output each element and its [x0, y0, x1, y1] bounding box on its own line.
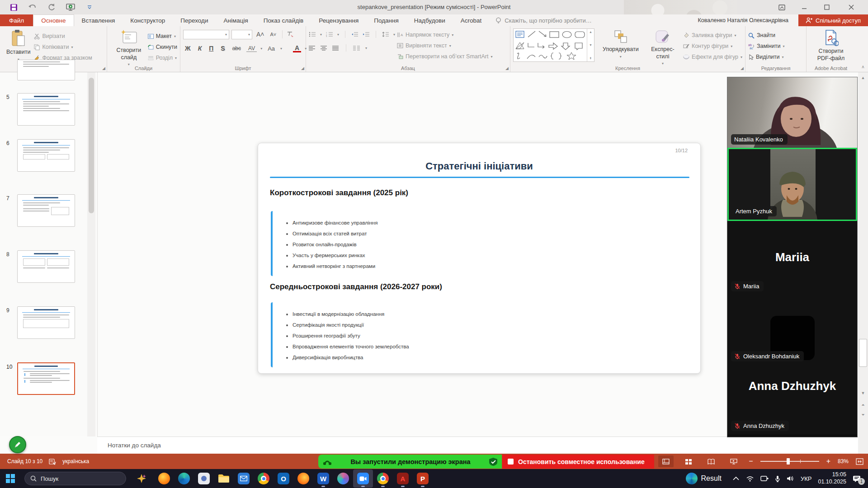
zoom-slider-thumb[interactable]: [787, 458, 790, 465]
taskbar-app-outlook[interactable]: O: [274, 469, 293, 488]
taskbar-app-photos[interactable]: [333, 469, 353, 488]
find-button[interactable]: Знайти: [748, 30, 803, 40]
notes-pane[interactable]: Нотатки до слайда: [97, 436, 868, 454]
video-tile-artem-speaking[interactable]: Artem Pyzhuk: [727, 148, 857, 221]
taskbar-app-acrobat[interactable]: A: [393, 469, 413, 488]
taskbar-app-file-explorer[interactable]: [214, 469, 234, 488]
slide-thumbnail-partial[interactable]: [17, 60, 75, 80]
tell-me-box[interactable]: Скажіть, що потрібно зробити…: [489, 14, 598, 26]
slide-thumbnail-10-selected[interactable]: [17, 362, 75, 395]
taskbar-app-edge[interactable]: [174, 469, 194, 488]
shrink-font-icon[interactable]: A˅: [269, 32, 278, 37]
underline-button[interactable]: П: [207, 45, 215, 52]
language-indicator[interactable]: українська: [62, 458, 89, 465]
layout-button[interactable]: Макет▾: [148, 31, 177, 41]
taskbar-app-chrome[interactable]: [254, 469, 274, 488]
minimize-button[interactable]: [794, 0, 815, 14]
tab-acrobat[interactable]: Acrobat: [453, 14, 490, 26]
speaker-icon[interactable]: [787, 475, 794, 482]
smartart-button[interactable]: Перетворити на об’єкт SmartArt▾: [397, 52, 492, 61]
scroll-down-button[interactable]: ▼: [858, 389, 868, 398]
tab-design[interactable]: Конструктор: [123, 14, 173, 26]
language-switcher[interactable]: УКР: [801, 475, 812, 482]
slide-canvas[interactable]: 10/12 Стратегічні ініціативи Короткостро…: [258, 143, 701, 374]
thumbnail-scrollbar-thumb[interactable]: [89, 78, 94, 213]
align-text-button[interactable]: Вирівняти текст▾: [397, 41, 492, 51]
bullet-box-mid-term[interactable]: Інвестиції в модернізацію обладнання Сер…: [271, 302, 524, 367]
zoom-slider[interactable]: [760, 461, 819, 462]
tray-result-app[interactable]: Result: [686, 473, 722, 484]
start-button[interactable]: [0, 474, 21, 483]
cut-button[interactable]: Вирізати: [34, 31, 92, 41]
clipboard-dialog-launcher[interactable]: ◢: [102, 66, 105, 70]
quick-styles-button[interactable]: Експрес-стилі▾: [647, 28, 679, 67]
section-heading-short-term[interactable]: Короткострокові завдання (2025 рік): [270, 188, 408, 197]
char-spacing-button[interactable]: AV: [246, 45, 257, 52]
user-name[interactable]: Коваленко Наталія Олександрівна: [698, 17, 798, 23]
slide-title[interactable]: Стратегічні ініціативи: [258, 160, 700, 172]
tab-animations[interactable]: Анімація: [216, 14, 255, 26]
taskbar-app-chrome-2[interactable]: [373, 469, 393, 488]
create-pdf-button[interactable]: Створити PDF-файл: [809, 28, 853, 63]
tab-home[interactable]: Основне: [33, 14, 74, 26]
taskbar-search[interactable]: Пошук: [24, 472, 126, 485]
arrange-button[interactable]: Упорядкувати▾: [599, 28, 642, 60]
bullet-box-short-term[interactable]: Антикризове фінансове управління Оптиміз…: [271, 211, 524, 276]
drawing-dialog-launcher[interactable]: ◢: [741, 66, 744, 70]
taskbar-app-zoom[interactable]: [353, 469, 373, 488]
font-dialog-launcher[interactable]: ◢: [301, 66, 304, 70]
copy-button[interactable]: Копіювати▾: [34, 42, 92, 52]
font-name-combo[interactable]: ▾: [183, 30, 229, 39]
zoom-in-button[interactable]: +: [826, 457, 830, 465]
paste-button[interactable]: Вставити▾: [3, 28, 34, 63]
paragraph-dialog-launcher[interactable]: ◢: [505, 66, 509, 70]
taskbar-app-browser[interactable]: [293, 469, 313, 488]
tab-review[interactable]: Рецензування: [311, 14, 366, 26]
screen-cast-icon[interactable]: [760, 475, 769, 482]
shape-effects-button[interactable]: Ефекти для фігур▾: [683, 52, 742, 62]
notification-icon[interactable]: 1: [853, 475, 862, 483]
slide-thumbnail-5[interactable]: [17, 93, 75, 126]
spellcheck-icon[interactable]: [49, 458, 56, 465]
tab-insert[interactable]: Вставлення: [74, 14, 123, 26]
taskbar-app-system[interactable]: [194, 469, 214, 488]
tab-file[interactable]: Файл: [0, 14, 33, 26]
annotation-pencil-button[interactable]: [9, 436, 26, 453]
collapse-ribbon-button[interactable]: ˄: [858, 62, 868, 71]
text-shadow-button[interactable]: S: [219, 45, 226, 52]
bullets-button[interactable]: [309, 32, 316, 37]
tray-chevron-up-icon[interactable]: [732, 476, 740, 481]
next-slide-button[interactable]: ⏷: [858, 410, 868, 419]
grow-font-icon[interactable]: A˄: [255, 31, 266, 38]
section-button[interactable]: Розділ▾: [148, 53, 177, 63]
fit-slide-to-window-icon[interactable]: [856, 458, 863, 465]
new-slide-button[interactable]: Створити слайд▾: [110, 28, 148, 68]
stop-sharing-button[interactable]: Остановить совместное использование: [502, 455, 654, 469]
strikethrough-button[interactable]: abc: [231, 45, 243, 52]
microphone-icon[interactable]: [775, 475, 780, 482]
shapes-gallery[interactable]: ▲ ▼ ⇟: [513, 28, 594, 62]
section-heading-mid-term[interactable]: Середньострокові завдання (2026-2027 рок…: [270, 282, 442, 291]
taskbar-app-firefox[interactable]: [154, 469, 174, 488]
scroll-up-button[interactable]: ▲: [858, 73, 868, 82]
slide-thumbnail-9[interactable]: [17, 306, 75, 339]
align-center-button[interactable]: [321, 46, 327, 51]
italic-button[interactable]: К: [196, 45, 204, 52]
reset-button[interactable]: Скинути: [148, 42, 177, 52]
close-button[interactable]: [841, 0, 862, 14]
taskbar-app-powerpoint[interactable]: P: [413, 469, 433, 488]
tab-addins[interactable]: Надбудови: [406, 14, 453, 26]
font-size-combo[interactable]: ▾: [231, 30, 252, 39]
decrease-indent-button[interactable]: [351, 32, 359, 37]
slide-thumbnail-8[interactable]: [17, 250, 75, 283]
share-button[interactable]: Спільний доступ: [798, 14, 868, 26]
tab-transitions[interactable]: Переходи: [173, 14, 216, 26]
shapes-scroll-down[interactable]: ▼: [589, 43, 592, 47]
tab-view[interactable]: Подання: [366, 14, 406, 26]
taskbar-app-mail[interactable]: [234, 469, 254, 488]
maximize-button[interactable]: [816, 0, 837, 14]
clear-formatting-icon[interactable]: [287, 31, 294, 38]
slideshow-view-button[interactable]: [726, 455, 741, 467]
reading-view-button[interactable]: [703, 455, 719, 467]
font-color-button[interactable]: А: [293, 45, 301, 52]
